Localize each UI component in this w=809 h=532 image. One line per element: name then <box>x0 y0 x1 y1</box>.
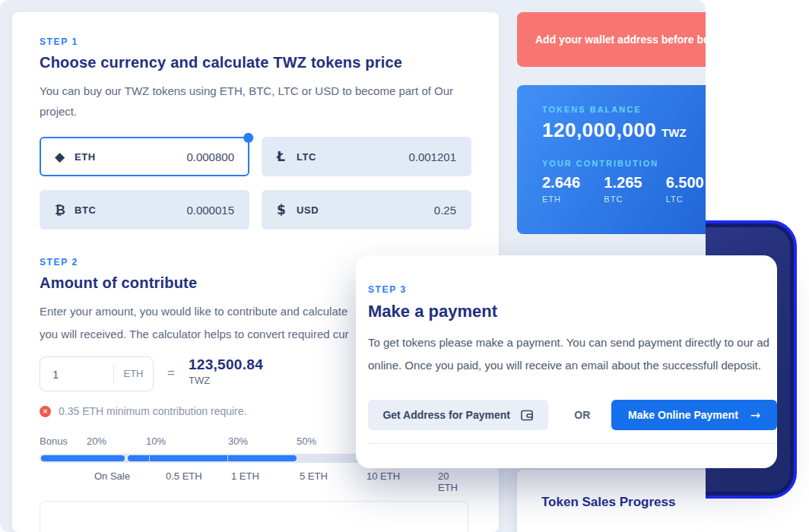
currency-option-usd[interactable]: $ USD 0.25 <box>262 190 471 230</box>
currency-code: USD <box>297 204 319 216</box>
or-separator: OR <box>574 409 590 421</box>
contribution-row: 2.646 ETH 1.265 BTC 6.500 LTC <box>542 174 706 205</box>
bonus-amount: 10 ETH <box>366 470 400 482</box>
bonus-amount: 1 ETH <box>231 470 259 482</box>
btc-icon: ₿ <box>55 202 75 218</box>
payment-divider <box>368 443 777 444</box>
error-text: 0.35 ETH minimum contribution require. <box>59 405 246 417</box>
contribution-unit: BTC <box>604 195 623 204</box>
bonus-amount: On Sale <box>94 470 130 482</box>
result-unit: TWZ <box>189 375 210 386</box>
result-value: 123,500.84 <box>189 356 263 373</box>
balance-number: 120,000,000 <box>542 119 656 141</box>
make-online-payment-button[interactable]: Make Online Payment → <box>611 400 777 430</box>
bonus-percent: 50% <box>297 435 316 447</box>
get-address-button[interactable]: Get Address for Payment <box>368 400 548 430</box>
bonus-percent: 30% <box>228 435 248 447</box>
selected-indicator-dot <box>243 133 253 143</box>
contribution-value: 2.646 <box>542 174 604 192</box>
bonus-fill-segment <box>41 455 125 461</box>
ltc-icon: Ł <box>277 149 297 164</box>
sales-progress-card: Token Sales Progress <box>517 470 706 532</box>
contribution-ltc: 6.500 LTC <box>666 174 706 205</box>
currency-code: LTC <box>297 151 316 163</box>
currency-rate: 0.000015 <box>186 204 234 217</box>
amount-currency-suffix: ETH <box>113 364 153 384</box>
step3-title: Make a payment <box>368 302 777 321</box>
step1-title: Choose currency and calculate TWZ tokens… <box>40 54 471 71</box>
contribution-unit: ETH <box>542 195 561 204</box>
currency-rate: 0.000800 <box>186 150 234 163</box>
payment-card: STEP 3 Make a payment To get tokens plea… <box>356 255 777 468</box>
eth-icon: ◆ <box>55 149 75 164</box>
arrow-right-icon: → <box>750 408 760 423</box>
currency-option-eth[interactable]: ◆ ETH 0.000800 <box>40 137 249 176</box>
online-payment-label: Make Online Payment <box>628 409 738 421</box>
wallet-alert-banner[interactable]: Add your wallet address before bu <box>517 12 706 67</box>
bonus-amount: 5 ETH <box>300 470 328 482</box>
currency-rate: 0.001201 <box>408 150 456 163</box>
currency-rate: 0.25 <box>434 204 456 217</box>
contribution-value: 1.265 <box>604 174 665 192</box>
sale-bonus-label: + 20% SALE BONUS <box>66 530 166 532</box>
currency-option-btc[interactable]: ₿ BTC 0.000015 <box>40 190 249 230</box>
bonus-label: Bonus <box>40 435 68 447</box>
contribution-label: YOUR CONTRIBUTION <box>542 159 706 168</box>
amount-bonus-label: + 30% AMOUNT BONUS <box>196 530 312 532</box>
get-address-label: Get Address for Payment <box>382 409 510 421</box>
total-twz-label: TOTAL TWZ <box>358 530 416 532</box>
currency-grid: ◆ ETH 0.000800 Ł LTC 0.001201 ₿ BTC 0.00… <box>40 137 471 230</box>
bonus-fill-segment <box>128 455 297 461</box>
contribution-eth: 2.646 ETH <box>542 174 604 205</box>
bonus-tick <box>227 454 228 463</box>
bonus-tick <box>149 454 150 463</box>
contribution-value: 6.500 <box>666 174 706 192</box>
step3-body-line1: To get tokens please make a payment. You… <box>368 331 777 354</box>
tokens-balance-label: TOKENS BALANCE <box>542 105 706 114</box>
page: STEP 1 Choose currency and calculate TWZ… <box>0 0 809 532</box>
equals-sign: = <box>167 366 175 381</box>
step3-body-line2: online. Once you paid, you will receive … <box>368 354 777 377</box>
contribution-btc: 1.265 BTC <box>604 174 665 205</box>
tokens-balance-value: 120,000,000TWZ <box>542 119 706 142</box>
currency-option-ltc[interactable]: Ł LTC 0.001201 <box>262 137 471 176</box>
step1-label: STEP 1 <box>40 36 471 47</box>
amount-input-box: ETH <box>40 356 154 391</box>
currency-code: BTC <box>75 204 97 216</box>
contribution-unit: LTC <box>666 195 684 204</box>
step3-label: STEP 3 <box>368 284 777 295</box>
step1-description: You can buy our TWZ tokens using ETH, BT… <box>40 81 465 122</box>
payment-actions: Get Address for Payment OR Make Online P… <box>368 400 777 430</box>
currency-code: ETH <box>75 151 96 163</box>
bonus-summary-box: + 20% SALE BONUS + 30% AMOUNT BONUS TOTA… <box>40 501 468 532</box>
amount-field[interactable] <box>40 357 113 391</box>
wallet-alert-text: Add your wallet address before bu <box>535 33 706 46</box>
wallet-icon <box>521 410 534 421</box>
tokens-balance-card: TOKENS BALANCE 120,000,000TWZ YOUR CONTR… <box>517 85 706 234</box>
error-icon: ✕ <box>40 406 51 417</box>
bonus-amount: 20 ETH <box>438 470 470 493</box>
bonus-amount: 0.5 ETH <box>166 470 202 482</box>
balance-unit: TWZ <box>661 126 686 139</box>
sales-progress-title: Token Sales Progress <box>541 495 706 510</box>
conversion-result: 123,500.84 TWZ <box>189 356 263 387</box>
bonus-percent: 20% <box>87 435 106 447</box>
bonus-percent: 10% <box>146 435 166 447</box>
usd-icon: $ <box>277 202 297 217</box>
